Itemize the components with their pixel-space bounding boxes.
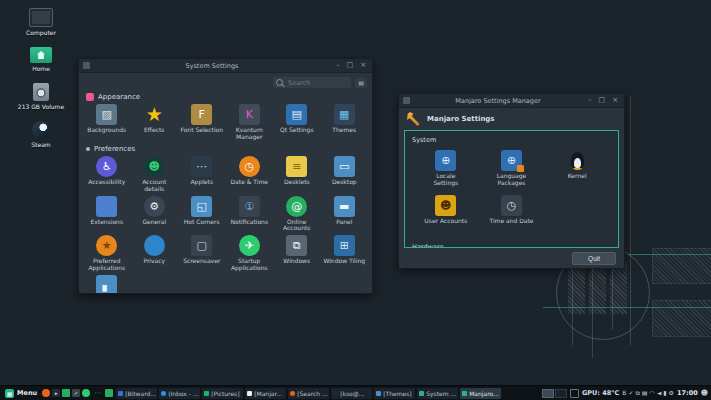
desktop-icon-steam[interactable]: Steam [10,121,72,148]
taskbar-item-system-settings[interactable]: System ... [417,388,458,399]
settings-tile-desklets[interactable]: ≡Desklets [273,156,321,193]
user-icon[interactable]: ☻ [701,389,708,397]
settings-tile-font-selection[interactable]: FFont Selection [178,104,226,141]
settings-tile-notifications[interactable]: ①Notifications [226,196,274,233]
tile-label: Locale Settings [423,173,468,187]
taskbar-item-themes[interactable]: [Themes] [374,388,415,399]
menu-button[interactable]: ▦ Menu [3,389,39,398]
terminal-icon[interactable]: ▸ [52,389,60,397]
settings-tile-desktop[interactable]: ▭Desktop [321,156,369,193]
show-desktop-icon[interactable] [570,389,579,398]
settings-tile-startup-applications[interactable]: ✈Startup Applications [226,235,274,272]
wallpaper-ornament-line [628,254,711,255]
settings-search-row: ▤ [79,73,372,90]
close-icon[interactable]: × [358,62,368,69]
close-icon[interactable]: × [610,97,620,104]
settings-tile-privacy[interactable]: Privacy [131,235,179,272]
system-section-label: System [405,131,618,146]
wallpaper-ornament-line [630,96,631,345]
computer-icon [29,8,53,27]
tile-label: Online Accounts [274,219,319,233]
backgrounds-icon: ▨ [96,104,117,125]
battery-icon[interactable]: ▮ [663,390,666,396]
settings-tile-general[interactable]: ⚙General [131,196,179,233]
window-panes-icon[interactable]: ⧉ [635,390,639,396]
manjaro-titlebar[interactable]: Manjaro Settings Manager – □ × [399,94,624,108]
minimize-icon[interactable]: – [334,62,342,69]
bluetooth-icon[interactable]: B [622,390,626,396]
maximize-icon[interactable]: □ [597,97,608,104]
manjaro-tile-locale-settings[interactable]: ⊕Locale Settings [413,150,479,187]
settings-tile-effects[interactable]: ★Effects [131,104,179,141]
keyboard-icon[interactable]: ▤ [642,390,648,396]
settings-tile-backgrounds[interactable]: ▨Backgrounds [83,104,131,141]
desktop-icon-label: 213 GB Volume [18,103,64,110]
minimize-icon[interactable]: – [586,97,594,104]
desktop-icon-computer[interactable]: Computer [10,8,72,36]
search-box[interactable] [273,77,351,88]
user-accounts-icon: ☻ [435,195,456,216]
taskbar-item-pictures[interactable]: [Pictures] [202,388,243,399]
manjaro-tile-kernel[interactable]: Kernel [544,150,610,187]
overflow-icon[interactable]: ⋯ [93,389,102,397]
settings-tile-window-tiling[interactable]: ⊞Window Tiling [321,235,369,272]
wallpaper-ornament-line [543,307,711,308]
volume-icon[interactable]: ◄ [657,390,662,396]
firefox-icon[interactable] [42,389,50,397]
pinned-list [105,389,113,397]
clock[interactable]: 17:00 [677,389,698,397]
settings-tile-themes[interactable]: ▦Themes [321,104,369,141]
settings-tile-workspaces[interactable]: ▖ [83,275,131,294]
settings-tile-extensions[interactable]: Extensions [83,196,131,233]
settings-tile-qt-settings[interactable]: ▤Qt Settings [273,104,321,141]
notifications-icon: ① [239,196,260,217]
desktop-icon-home[interactable]: Home [10,47,72,72]
tile-label: Panel [336,219,352,226]
desktop-icon-volume[interactable]: 213 GB Volume [10,83,72,110]
taskbar-item-manjaro-doc[interactable]: [Manjar... [245,388,286,399]
system-tray: B✓⧉▤◠◄▮⚙ [622,390,674,396]
gear-icon[interactable]: ⚙ [669,390,674,396]
settings-tile-preferred-applications[interactable]: ★Preferred Applications [83,235,131,272]
language-packages-icon: ⊕ [501,150,522,171]
settings-tile-accessibility[interactable]: ♿Accessibility [83,156,131,193]
quit-button[interactable]: Quit [572,252,616,265]
workspace-switcher[interactable] [542,389,567,398]
desktop-icon-label: Home [32,65,50,72]
taskbar-item-inbox[interactable]: (Inbox - ... [159,388,200,399]
window-menu-icon[interactable] [403,97,410,104]
settings-titlebar[interactable]: System Settings – □ × [79,59,372,73]
maximize-icon[interactable]: □ [345,62,356,69]
search-input[interactable] [286,78,348,88]
tile-label: Time and Date [489,218,533,225]
qt-settings-icon: ▤ [286,104,307,125]
window-menu-icon[interactable] [83,62,90,69]
taskbar-item-search[interactable]: [Search ... [288,388,329,399]
taskbar-item-manjaro-settings[interactable]: Manjaro... [460,388,501,399]
settings-tile-account-details[interactable]: ☻Account details [131,156,179,193]
settings-tile-date-time[interactable]: ◷Date & Time [226,156,274,193]
shield-check-icon[interactable]: ✓ [628,390,633,396]
taskbar-item-bitwarden[interactable]: [Bitward... [116,388,157,399]
wifi-icon[interactable]: ◠ [649,390,654,396]
web-app-icon[interactable] [82,389,90,397]
workspace-1[interactable] [542,389,554,398]
settings-tile-applets[interactable]: ⋯Applets [178,156,226,193]
editor-icon[interactable]: ✓ [72,389,80,397]
settings-tile-panel[interactable]: ▬Panel [321,196,369,233]
files-icon[interactable] [62,389,70,397]
manjaro-tile-time-and-date[interactable]: ◷Time and Date [479,195,545,229]
terminal-icon [333,391,338,396]
settings-tile-windows[interactable]: ⧉Windows [273,235,321,272]
settings-tile-screensaver[interactable]: ▢Screensaver [178,235,226,272]
settings-tile-online-accounts[interactable]: @Online Accounts [273,196,321,233]
manjaro-panel: System ⊕Locale Settings⊕Language Package… [404,130,619,248]
manjaro-tile-language-packages[interactable]: ⊕Language Packages [479,150,545,187]
taskbar-item-terminal[interactable]: [kso@... [331,388,372,399]
settings-tile-kvantum-manager[interactable]: KKvantum Manager [226,104,274,141]
pinned-folder-icon[interactable] [105,389,113,397]
manjaro-tile-user-accounts[interactable]: ☻User Accounts [413,195,479,229]
settings-tile-hot-corners[interactable]: ◱Hot Corners [178,196,226,233]
workspace-2[interactable] [555,389,567,398]
view-toggle-icon[interactable]: ▤ [355,78,367,88]
